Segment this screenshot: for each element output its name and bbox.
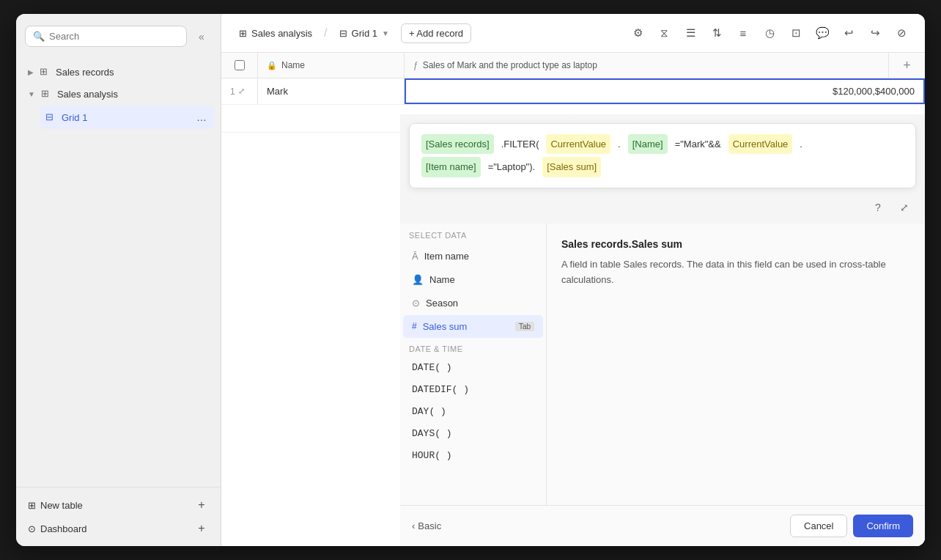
- sidebar-item-sales-analysis[interactable]: ▼ ⊞ Sales analysis + …: [22, 82, 215, 106]
- token-dot-1: .: [613, 134, 625, 154]
- filter-button[interactable]: ⧖: [652, 21, 676, 45]
- dashboard-icon: ⊙: [28, 523, 36, 534]
- sidebar-nav: ▶ ⊞ Sales records ▼ ⊞ Sales analysis + ……: [16, 59, 221, 487]
- token-sales-records: [Sales records]: [421, 134, 494, 154]
- toolbar: ⊞ Sales analysis / ⊟ Grid 1 ▼ + Add reco…: [221, 14, 925, 53]
- toolbar-table-tab[interactable]: ⊞ Sales analysis: [233, 25, 318, 42]
- main-content: ⊞ Sales analysis / ⊟ Grid 1 ▼ + Add reco…: [221, 14, 925, 546]
- chevron-down-icon: ▼: [382, 29, 389, 37]
- sidebar-header: 🔍 «: [16, 14, 221, 59]
- comment-button[interactable]: 💬: [811, 21, 834, 45]
- tab-badge: Tab: [515, 322, 534, 331]
- sidebar-item-label: Sales analysis: [57, 89, 118, 100]
- footer-actions: Cancel Confirm: [790, 515, 913, 537]
- hash-icon: #: [412, 321, 417, 331]
- reminder-button[interactable]: ◷: [758, 21, 781, 45]
- add-column-button[interactable]: +: [888, 53, 925, 78]
- token-currentvalue-1: CurrentValue: [546, 134, 610, 154]
- column-name-label: Name: [281, 60, 305, 70]
- data-item-label: Name: [429, 274, 455, 285]
- formula-editor: [Sales records] .FILTER( CurrentValue . …: [400, 114, 925, 546]
- sidebar-item-new-table[interactable]: ⊞ New table +: [22, 493, 215, 517]
- fields-button[interactable]: ☰: [679, 21, 702, 45]
- data-item-name[interactable]: 👤 Name: [403, 268, 543, 291]
- search-input[interactable]: [49, 31, 179, 42]
- back-to-basic-button[interactable]: ‹ Basic: [412, 520, 441, 531]
- expand-row-icon[interactable]: ⤢: [238, 86, 245, 96]
- row-num-value: 1: [230, 86, 235, 97]
- token-item-name: [Item name]: [421, 157, 481, 177]
- row-number: 1 ⤢: [221, 78, 258, 104]
- cancel-button[interactable]: Cancel: [790, 515, 847, 537]
- dashboard-label: Dashboard: [40, 523, 87, 534]
- data-item-label: Sales sum: [423, 321, 468, 332]
- add-record-button[interactable]: + Add record: [401, 23, 471, 43]
- column-header-name[interactable]: 🔒 Name: [258, 53, 405, 78]
- undo-button[interactable]: ↩: [837, 21, 860, 45]
- cell-formula-text: $120,000,$400,000: [833, 86, 915, 97]
- formula-actions: ? ⤢: [400, 197, 925, 224]
- snapshot-button[interactable]: ⊡: [784, 21, 808, 45]
- data-item-season[interactable]: ⊙ Season: [403, 292, 543, 314]
- token-filter: .FILTER(: [497, 134, 544, 154]
- formula-help-button[interactable]: ?: [868, 197, 888, 218]
- redo-button[interactable]: ↪: [863, 21, 887, 45]
- formula-input-box[interactable]: [Sales records] .FILTER( CurrentValue . …: [409, 123, 916, 188]
- formula-tokens: [Sales records] .FILTER( CurrentValue . …: [421, 134, 904, 154]
- person-icon: 👤: [412, 274, 424, 285]
- date-time-section-label: Date & Time: [400, 339, 546, 356]
- add-dashboard-button[interactable]: +: [194, 521, 209, 536]
- cell-name[interactable]: Mark: [258, 78, 405, 104]
- column-header-formula[interactable]: ƒ Sales of Mark and the product type as …: [405, 53, 888, 78]
- data-item-sales-sum[interactable]: # Sales sum Tab: [403, 315, 543, 338]
- toolbar-view-label: Grid 1: [352, 28, 377, 39]
- back-label: Basic: [418, 520, 441, 531]
- header-checkbox[interactable]: [221, 53, 258, 78]
- data-item-label: Season: [426, 298, 458, 309]
- toolbar-table-label: Sales analysis: [251, 28, 312, 39]
- expand-arrow-icon: ▶: [28, 68, 34, 76]
- fn-days[interactable]: DAYS( ): [403, 423, 543, 444]
- cell-name-value: Mark: [267, 86, 288, 97]
- fn-datedif[interactable]: DATEDIF( ): [403, 379, 543, 400]
- cell-formula-value[interactable]: $120,000,$400,000: [405, 78, 925, 104]
- table-icon: ⊞: [28, 500, 36, 511]
- confirm-button[interactable]: Confirm: [853, 515, 913, 537]
- search-box[interactable]: 🔍: [25, 26, 187, 47]
- grid-icon: ⊟: [339, 28, 347, 39]
- table-header: 🔒 Name ƒ Sales of Mark and the product t…: [221, 53, 925, 78]
- more-options-button[interactable]: …: [194, 86, 209, 101]
- collapse-sidebar-button[interactable]: «: [191, 26, 212, 47]
- select-data-label: Select data: [400, 224, 546, 244]
- sidebar-item-sales-records[interactable]: ▶ ⊞ Sales records: [22, 62, 215, 82]
- sidebar-item-label: Grid 1: [62, 112, 87, 123]
- sidebar-item-dashboard[interactable]: ⊙ Dashboard +: [22, 517, 215, 540]
- token-name: [Name]: [628, 134, 668, 154]
- data-item-item-name[interactable]: Ā Item name: [403, 245, 543, 268]
- formula-icon: ƒ: [413, 60, 418, 70]
- toolbar-view-tab[interactable]: ⊟ Grid 1 ▼: [333, 25, 395, 42]
- sort-button[interactable]: ⇅: [705, 21, 728, 45]
- fn-day[interactable]: DAY( ): [403, 401, 543, 422]
- grid-more-options-button[interactable]: …: [194, 110, 209, 125]
- search-expand-button[interactable]: ⊘: [890, 21, 913, 45]
- sidebar-item-grid1[interactable]: ⊟ Grid 1 …: [40, 106, 215, 129]
- add-view-button[interactable]: +: [178, 86, 193, 101]
- formula-tokens-2: [Item name] ="Laptop"). [Sales sum]: [421, 157, 904, 177]
- select-all-checkbox[interactable]: [235, 60, 245, 70]
- fn-date[interactable]: DATE( ): [403, 357, 543, 378]
- formula-footer: ‹ Basic Cancel Confirm: [400, 505, 925, 546]
- sidebar-bottom: ⊞ New table + ⊙ Dashboard +: [16, 487, 221, 546]
- info-panel: Sales records.Sales sum A field in table…: [547, 224, 925, 505]
- group-button[interactable]: ≡: [731, 21, 755, 45]
- settings-button[interactable]: ⚙: [626, 21, 649, 45]
- table-row: 1 ⤢ Mark $120,000,$400,000: [221, 78, 925, 105]
- table-icon: ⊞: [41, 88, 53, 100]
- expand-arrow-icon: ▼: [28, 90, 35, 98]
- token-sales-sum: [Sales sum]: [542, 157, 601, 177]
- chevron-left-icon: ‹: [412, 520, 415, 531]
- fn-hour[interactable]: HOUR( ): [403, 445, 543, 466]
- add-table-button[interactable]: +: [194, 498, 209, 512]
- token-dot-2: .: [795, 134, 807, 154]
- formula-expand-button[interactable]: ⤢: [894, 197, 915, 218]
